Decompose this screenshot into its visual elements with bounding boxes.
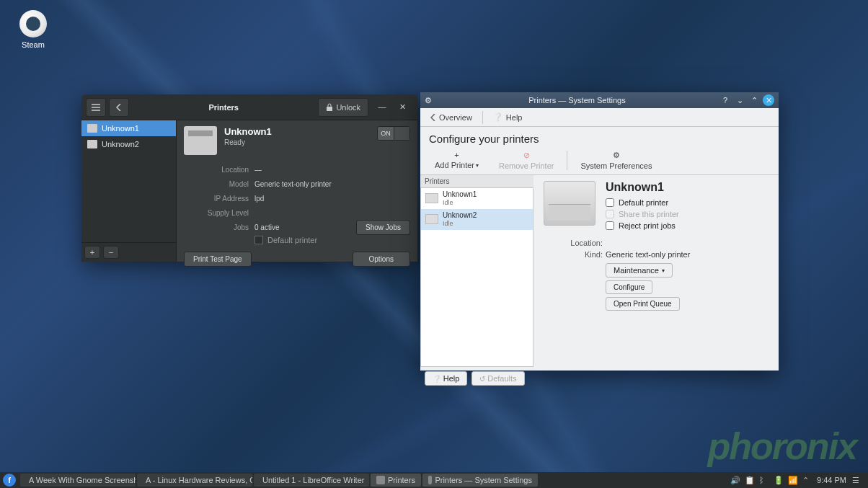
kde-titlebar[interactable]: ⚙ Printers — System Settings ? ⌄ ⌃ ✕ xyxy=(420,92,779,108)
printer-icon xyxy=(425,214,438,224)
ip-label: IP Address xyxy=(184,195,254,203)
task-label: A - Linux Hardware Reviews, Open... xyxy=(146,476,252,484)
menu-button[interactable] xyxy=(86,98,106,117)
clipboard-icon[interactable]: 📋 xyxy=(745,476,753,485)
overview-button[interactable]: Overview xyxy=(425,111,478,124)
printer-list: Printers Unknown1 Idle Unknown2 Idle xyxy=(420,175,533,367)
system-tray: 🔊 📋 ᛒ 🔋 📶 ⌃ 9:44 PM ☰ xyxy=(730,476,865,485)
printer-name: Unknown1 xyxy=(606,181,769,194)
jobs-value: 0 active xyxy=(254,223,279,231)
unlock-button[interactable]: Unlock xyxy=(318,98,368,117)
task-label: A Week With Gnome Screensh... xyxy=(29,476,136,484)
app-launcher[interactable]: f xyxy=(3,474,16,487)
task-item[interactable]: A Week With Gnome Screensh... xyxy=(20,474,136,487)
task-item[interactable]: Untitled 1 - LibreOffice Writer xyxy=(254,474,369,487)
help-button[interactable]: ❔ Help xyxy=(487,110,528,124)
minimize-button[interactable]: — xyxy=(377,102,387,112)
gnome-printers-window: Printers Unlock — ✕ Unknown1 Unknown2 xyxy=(81,94,417,262)
default-printer-checkbox[interactable] xyxy=(606,198,614,207)
task-label: Untitled 1 - LibreOffice Writer xyxy=(262,476,364,484)
hamburger-icon xyxy=(92,104,100,111)
gnome-titlebar[interactable]: Printers Unlock — ✕ xyxy=(81,94,417,120)
print-test-page-button[interactable]: Print Test Page xyxy=(184,252,252,267)
show-jobs-button[interactable]: Show Jobs xyxy=(356,220,410,235)
supply-label: Supply Level xyxy=(184,209,254,217)
chevron-left-icon xyxy=(430,114,436,121)
volume-icon[interactable]: 🔊 xyxy=(730,476,739,485)
footer-help-button[interactable]: ❔ Help xyxy=(425,371,467,386)
desktop-icon-steam[interactable]: Steam xyxy=(12,10,55,49)
maintenance-dropdown[interactable]: Maintenance xyxy=(606,263,673,278)
reject-jobs-option[interactable]: Reject print jobs xyxy=(606,221,769,230)
chevron-up-icon[interactable]: ⌃ xyxy=(802,476,811,485)
add-printer-button[interactable]: + Add Printer ▾ xyxy=(425,151,489,170)
maintenance-label: Maintenance xyxy=(614,266,659,275)
task-label: Printers xyxy=(388,476,415,484)
footer-defaults-label: Defaults xyxy=(487,374,516,383)
minimize-button[interactable]: ⌄ xyxy=(734,94,745,106)
open-print-queue-button[interactable]: Open Print Queue xyxy=(606,297,680,311)
kind-value: Generic text-only printer xyxy=(606,250,690,259)
remove-printer-button[interactable]: − xyxy=(103,246,119,259)
add-printer-button[interactable]: + xyxy=(84,246,100,259)
kde-toolbar: Overview ❔ Help xyxy=(420,108,779,127)
overview-label: Overview xyxy=(439,113,472,122)
printer-item-name: Unknown1 xyxy=(443,190,477,199)
maximize-button[interactable]: ⌃ xyxy=(748,94,760,106)
printer-item-status: Idle xyxy=(443,199,477,207)
window-footer: ❔ Help ↺ Defaults xyxy=(420,367,779,390)
printer-item-unknown1[interactable]: Unknown1 Idle xyxy=(421,188,533,209)
clock[interactable]: 9:44 PM xyxy=(817,476,846,484)
jobs-label: Jobs xyxy=(184,223,254,231)
printer-item-unknown2[interactable]: Unknown2 Idle xyxy=(421,209,533,230)
location-label: Location xyxy=(184,166,254,174)
svg-rect-0 xyxy=(327,107,332,111)
footer-defaults-button[interactable]: ↺ Defaults xyxy=(471,371,524,386)
system-preferences-button[interactable]: ⚙ System Preferences xyxy=(570,151,662,170)
default-printer-option[interactable]: Default printer xyxy=(606,198,769,207)
default-printer-checkbox[interactable] xyxy=(254,236,263,244)
printer-item-unknown1[interactable]: Unknown1 xyxy=(81,120,176,136)
help-titlebar-button[interactable]: ? xyxy=(719,94,731,106)
separator xyxy=(567,151,567,170)
wifi-icon[interactable]: 📶 xyxy=(788,476,797,485)
reject-jobs-checkbox[interactable] xyxy=(606,221,614,230)
model-value: Generic text-only printer xyxy=(254,180,332,188)
task-item[interactable]: Printers — System Settings xyxy=(422,474,538,487)
bluetooth-icon[interactable]: ᛒ xyxy=(759,476,768,484)
location-label: Location: xyxy=(544,239,606,247)
configure-button[interactable]: Configure xyxy=(606,280,652,294)
separator xyxy=(482,111,483,124)
back-button[interactable] xyxy=(109,98,129,117)
printer-icon xyxy=(425,193,438,203)
printer-image xyxy=(184,126,217,155)
sys-prefs-label: System Preferences xyxy=(580,161,652,170)
task-item[interactable]: A - Linux Hardware Reviews, Open... xyxy=(137,474,252,487)
remove-printer-button[interactable]: ⊘ Remove Printer xyxy=(489,151,564,170)
kde-settings-window: ⚙ Printers — System Settings ? ⌄ ⌃ ✕ Ove… xyxy=(420,92,779,371)
help-label: Help xyxy=(506,113,523,122)
ip-value: lpd xyxy=(254,195,264,203)
toggle-label: ON xyxy=(378,130,394,137)
location-value[interactable]: — xyxy=(254,166,262,174)
printer-detail-pane: Unknown1 Default printer Share this prin… xyxy=(533,175,779,367)
close-button[interactable]: ✕ xyxy=(763,94,774,106)
task-item[interactable]: Printers xyxy=(371,474,421,487)
printer-icon xyxy=(87,124,97,133)
app-icon: ⚙ xyxy=(425,96,435,105)
help-icon: ❔ xyxy=(493,112,503,122)
taskbar: f A Week With Gnome Screensh... A - Linu… xyxy=(0,472,868,488)
add-printer-label: Add Printer xyxy=(435,161,474,169)
printer-detail-pane: Unknown1 Ready ON Location— ModelGeneric… xyxy=(177,120,417,262)
menu-icon[interactable]: ☰ xyxy=(852,476,861,485)
printer-toggle[interactable]: ON xyxy=(377,126,410,141)
options-button[interactable]: Options xyxy=(353,252,410,267)
printer-item-status: Idle xyxy=(443,220,477,228)
list-header: Printers xyxy=(420,175,533,188)
footer-help-label: Help xyxy=(443,374,460,383)
close-button[interactable]: ✕ xyxy=(397,102,407,112)
page-heading: Configure your printers xyxy=(420,127,779,151)
battery-icon[interactable]: 🔋 xyxy=(774,476,782,485)
app-icon xyxy=(428,476,433,484)
printer-item-unknown2[interactable]: Unknown2 xyxy=(81,136,176,152)
